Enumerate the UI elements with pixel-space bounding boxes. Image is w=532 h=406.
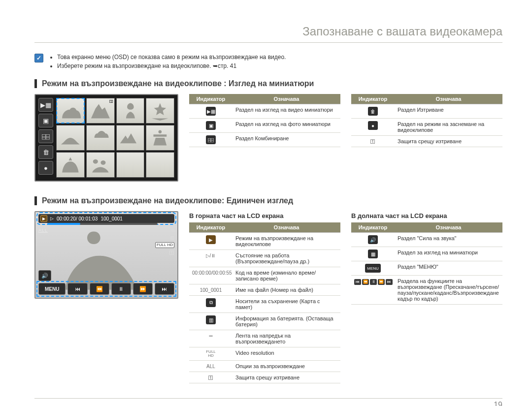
table-row: ═Лента на напредък на възпроизвеждането: [189, 330, 340, 347]
fullhd-badge: FULL HD: [155, 242, 174, 248]
table-row: ⏮⏪⏸⏩⏭Раздела на функциите на възпроизвеж…: [351, 276, 502, 305]
indicator-icon: 🔊: [368, 235, 378, 244]
transport-icons: ⏮⏪⏸⏩⏭: [354, 279, 393, 285]
cell-text: Раздела на функциите на възпроизвеждане …: [395, 276, 502, 305]
top-lcd-table: В горната част на LCD екрана Индикатор О…: [189, 211, 340, 383]
photo-thumb-icon: ▣: [206, 121, 216, 130]
cell-text: Информация за батерията. (Оставаща батер…: [233, 313, 340, 330]
cell-text: Раздел на режим на заснемане на видеокли…: [395, 119, 502, 136]
section1-table-right: Индикатор Означава 🗑 Раздел Изтриване ● …: [351, 94, 502, 147]
indicator-icon: ⧉: [206, 298, 216, 307]
cell-text: Раздел на изглед на видео миниатюри: [233, 104, 340, 119]
indicator-icon: ▥: [206, 315, 216, 324]
indicator-text: ⚿: [208, 375, 213, 380]
skip-back-button[interactable]: ⏮: [67, 283, 87, 295]
combine-icon[interactable]: ⌸⌸: [38, 129, 53, 143]
table-row: FULLHDVideo resolution: [189, 347, 340, 361]
col-meaning: Означава: [233, 222, 340, 233]
section2-row: ▶ ▷ 00:00:20/ 00:01:03 100_0001 ALL ⧉ ▥ …: [34, 211, 502, 383]
table-row: ▦Раздел за изглед на миниатюри: [351, 247, 502, 261]
table-row: 🔊Раздел "Сила на звука": [351, 233, 502, 247]
intro-block: ✓ Това екранно меню (OSD) се показва сам…: [34, 53, 502, 70]
skip-fwd-button[interactable]: ⏭: [155, 283, 174, 295]
thumbnail[interactable]: [56, 125, 85, 151]
intro-bullet: Това екранно меню (OSD) се показва само …: [57, 53, 286, 62]
cell-text: Име на файл (Номер на файл): [233, 284, 340, 296]
cell-text: Опции за възпроизвеждане: [233, 361, 340, 372]
cell-text: Раздел Изтриване: [395, 104, 502, 119]
cell-text: Код на време (изминало време/записано вр…: [233, 267, 340, 284]
cell-text: Лента на напредък на възпроизвеждането: [233, 330, 340, 347]
play-icon: ▶: [40, 215, 47, 222]
video-thumb-icon: ▶▦: [206, 107, 216, 116]
lock-icon: ⚿: [370, 139, 375, 144]
forward-button[interactable]: ⏩: [133, 283, 153, 295]
table-row: 00:00:00/00:00:55Код на време (изминало …: [189, 267, 340, 284]
thumbnail[interactable]: [146, 98, 174, 124]
photo-thumb-icon[interactable]: ▣: [38, 114, 53, 127]
play-icon: ▶: [206, 235, 216, 244]
state-icon: ▷: [50, 216, 54, 221]
cell-text: Режим на възпроизвеждане на видеоклипове: [233, 233, 340, 250]
cell-text: Състояние на работа (Възпроизвеждане/пау…: [233, 250, 340, 267]
top-lcd-heading: В горната част на LCD екрана: [189, 212, 340, 219]
record-mode-icon[interactable]: ●: [38, 161, 53, 175]
cell-text: Раздел за изглед на миниатюри: [395, 247, 502, 261]
lock-icon: ⚿: [109, 99, 113, 104]
volume-button[interactable]: 🔊: [38, 270, 51, 281]
thumbnail[interactable]: [56, 98, 85, 124]
col-indicator: Индикатор: [351, 94, 395, 104]
thumbnail[interactable]: [116, 98, 145, 124]
transport-bar: MENU ⏮ ⏪ ⏸ ⏩ ⏭: [38, 283, 174, 295]
table-row: ALLОпции за възпроизвеждане: [189, 361, 340, 372]
col-meaning: Означава: [233, 94, 340, 104]
thumbnail-screen: ▶▦ ▣ ⌸⌸ 🗑 ● ⚿: [34, 94, 178, 182]
pause-button[interactable]: ⏸: [111, 283, 131, 295]
check-icon: ✓: [34, 54, 43, 62]
indicator-text: FULLHD: [206, 350, 216, 358]
table-row: MENUРаздел "МЕНЮ": [351, 261, 502, 276]
delete-icon: 🗑: [368, 107, 378, 116]
table-row: ⚿ Защита срещу изтриване: [351, 136, 502, 147]
table-row: ▷/⏸Състояние на работа (Възпроизвеждане/…: [189, 250, 340, 267]
video-thumb-icon[interactable]: ▶▦: [38, 98, 53, 112]
cell-text: Раздел Комбиниране: [233, 133, 340, 147]
cell-text: Раздел "МЕНЮ": [395, 261, 502, 276]
cell-text: Защита срещу изтриване: [395, 136, 502, 147]
menu-button[interactable]: MENU: [38, 283, 66, 295]
table-row: 100_0001Име на файл (Номер на файл): [189, 284, 340, 296]
thumbnail[interactable]: [56, 152, 85, 178]
table-row: ▥Информация за батерията. (Оставаща бате…: [189, 313, 340, 330]
delete-icon[interactable]: 🗑: [38, 145, 53, 159]
thumbnail[interactable]: [86, 125, 115, 151]
thumbnail[interactable]: [116, 152, 145, 178]
progress-bar[interactable]: [47, 223, 158, 225]
thumbnail[interactable]: [146, 125, 174, 151]
timecode: 00:00:20/ 00:01:03: [57, 216, 98, 221]
page-title: Запознаване с вашата видеокамера: [34, 25, 502, 43]
cell-text: Раздел "Сила на звука": [395, 233, 502, 247]
bottom-lcd-heading: В долната част на LCD екрана: [351, 212, 502, 219]
section1-table-left: Индикатор Означава ▶▦ Раздел на изглед н…: [189, 94, 340, 147]
indicator-text: ═: [209, 333, 212, 339]
thumbnail[interactable]: ⚿: [86, 98, 115, 124]
indicator-text: 00:00:00/00:00:55: [192, 270, 232, 276]
indicator-text: ▷/⏸: [206, 253, 216, 258]
table-row: ⌸⌸ Раздел Комбиниране: [189, 133, 340, 147]
intro-list: Това екранно меню (OSD) се показва само …: [49, 53, 286, 70]
sidebar-icons: ▶▦ ▣ ⌸⌸ 🗑 ●: [38, 98, 53, 178]
cell-text: Носители за съхранение (Карта с памет): [233, 296, 340, 313]
rewind-button[interactable]: ⏪: [90, 283, 109, 295]
filecode: 100_0001: [100, 216, 123, 221]
thumbnail[interactable]: [86, 152, 115, 178]
thumbnail[interactable]: [116, 125, 145, 151]
table-row: ▶Режим на възпроизвеждане на видеоклипов…: [189, 233, 340, 250]
thumbnail[interactable]: [146, 152, 174, 178]
single-view-screen: ▶ ▷ 00:00:20/ 00:01:03 100_0001 ALL ⧉ ▥ …: [34, 211, 178, 299]
section1-row: ▶▦ ▣ ⌸⌸ 🗑 ● ⚿: [34, 94, 502, 182]
table-row: ⚿Защита срещу изтриване: [189, 372, 340, 383]
cell-text: Защита срещу изтриване: [233, 372, 340, 383]
battery-icon: ▥: [170, 235, 174, 240]
table-row: ▣ Раздел на изглед на фото миниатюри: [189, 119, 340, 133]
col-indicator: Индикатор: [189, 222, 233, 233]
